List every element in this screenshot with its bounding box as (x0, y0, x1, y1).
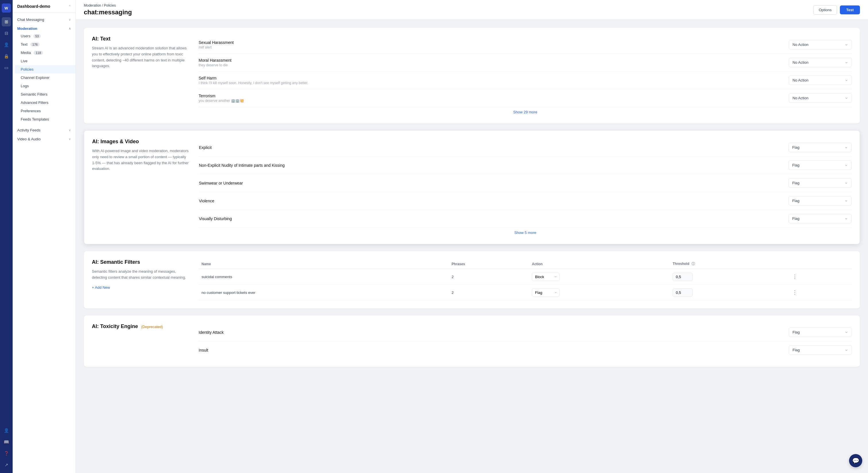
sem-row2-action-cell: FlagBlockNo Action (529, 285, 670, 301)
channel-explorer-label: Channel Explorer (21, 75, 50, 80)
sem-row2-action-select[interactable]: FlagBlockNo Action (532, 288, 560, 297)
semantic-table: Name Phrases Action Threshold ⓘ s (198, 259, 852, 301)
rule-row-non-explicit: Non-Explicit Nudity of Intimate parts an… (199, 156, 851, 174)
rule-terrorism-select[interactable]: No ActionFlagBlockShadow Ban (789, 93, 852, 103)
sidebar-item-live[interactable]: Live (15, 57, 75, 65)
live-label: Live (21, 59, 28, 63)
ai-semantic-heading: AI: Semantic Filters (92, 259, 189, 265)
rule-violence-name: Violence (199, 199, 214, 203)
breadcrumb: Moderation / Policies (84, 3, 132, 7)
policies-label: Policies (21, 67, 34, 71)
moderation-group-label[interactable]: Moderation ∧ (12, 24, 75, 32)
activity-feeds-chevron: ∨ (69, 128, 71, 132)
ai-images-show-more[interactable]: Show 5 more (199, 228, 851, 236)
sem-row1-action-select[interactable]: BlockFlagNo Action (532, 273, 560, 281)
rule-row-sexual-harassment: Sexual Harassment milf alert No ActionFl… (198, 36, 852, 54)
sem-row2-threshold-input[interactable] (673, 288, 693, 297)
rule-insult-name: Insult (198, 348, 208, 352)
rule-swimwear-name: Swimwear or Underwear (199, 181, 243, 185)
sidebar-item-preferences[interactable]: Preferences (15, 107, 75, 115)
chat-messaging-group[interactable]: Chat Messaging ∨ (12, 15, 75, 24)
col-action-header: Action (529, 259, 670, 269)
ai-semantic-table-container: Name Phrases Action Threshold ⓘ s (198, 259, 852, 301)
workspace-title: Dashboard-demo (17, 4, 50, 9)
sidebar-item-channel-explorer[interactable]: Channel Explorer (15, 73, 75, 82)
rule-violence-select[interactable]: FlagNo ActionBlockShadow Ban (788, 196, 851, 206)
nav-lock-icon[interactable]: 🔒 (2, 52, 11, 61)
ai-semantic-description: Semantic filters analyze the meaning of … (92, 269, 189, 281)
nav-book-icon[interactable]: 📖 (2, 437, 11, 447)
video-audio-chevron: ∨ (69, 137, 71, 141)
rule-identity-attack-name: Identity Attack (198, 330, 224, 335)
sidebar-item-policies[interactable]: Policies (15, 65, 75, 73)
workspace-header[interactable]: Dashboard-demo ⌃ (12, 0, 75, 13)
rule-self-harm-select[interactable]: No ActionFlagBlockShadow Ban (789, 75, 852, 85)
chat-messaging-label: Chat Messaging (17, 18, 44, 22)
app-logo[interactable]: W (2, 3, 11, 12)
semantic-row-1: suicidal comments 2 BlockFlagNo Action (198, 269, 852, 285)
logs-label: Logs (21, 84, 29, 88)
nav-grid-icon[interactable]: ⊟ (2, 29, 11, 38)
sidebar-item-users[interactable]: Users 53 (15, 32, 75, 40)
rule-non-explicit-name: Non-Explicit Nudity of Intimate parts an… (199, 163, 285, 168)
ai-text-description: Stream AI is an advanced moderation solu… (92, 45, 189, 69)
rule-explicit-select[interactable]: FlagNo ActionBlockShadow Ban (788, 143, 851, 152)
page-title: chat:messaging (84, 9, 132, 16)
ai-images-heading: AI: Images & Video (92, 138, 190, 145)
ai-toxicity-rules: Identity Attack FlagNo ActionBlockShadow… (198, 323, 852, 359)
moderation-label: Moderation (17, 26, 37, 31)
rule-sexual-harassment-select[interactable]: No ActionFlagBlockShadow Ban (789, 40, 852, 50)
nav-card-icon[interactable]: ▭ (2, 63, 11, 72)
sidebar-item-semantic-filters[interactable]: Semantic Filters (15, 90, 75, 98)
rule-moral-harassment-name: Moral Harassment (198, 58, 231, 63)
rule-identity-attack-select[interactable]: FlagNo ActionBlockShadow Ban (789, 327, 852, 337)
rule-swimwear-select[interactable]: FlagNo ActionBlockShadow Ban (788, 178, 851, 188)
rule-row-self-harm: Self Harm I think I'll kill myself soon.… (198, 71, 852, 89)
sidebar-item-advanced-filters[interactable]: Advanced Filters (15, 98, 75, 107)
video-audio-group[interactable]: Video & Audio ∨ (12, 135, 75, 144)
deprecated-badge: (Deprecated) (141, 325, 163, 329)
sidebar-item-media[interactable]: Media 118 (15, 49, 75, 57)
sem-row1-threshold-input[interactable] (673, 273, 693, 281)
semantic-row-2: no customer support tickets ever 2 FlagB… (198, 285, 852, 301)
rule-row-violence: Violence FlagNo ActionBlockShadow Ban (199, 192, 851, 210)
nav-home-icon[interactable]: ⊞ (2, 17, 11, 26)
chat-messaging-chevron: ∨ (69, 18, 71, 22)
nav-send-icon[interactable]: ↗ (2, 461, 11, 470)
main-content: Moderation / Policies chat:messaging Opt… (76, 0, 868, 473)
text-label: Text (21, 42, 28, 46)
rule-insult-select[interactable]: FlagNo ActionBlockShadow Ban (789, 345, 852, 355)
ai-text-card: AI: Text Stream AI is an advanced modera… (84, 28, 860, 123)
breadcrumb-moderation[interactable]: Moderation (84, 3, 101, 7)
ai-images-left: AI: Images & Video With AI-powered image… (92, 138, 190, 236)
top-bar: Moderation / Policies chat:messaging Opt… (76, 0, 868, 20)
nav-user-bottom-icon[interactable]: 👤 (2, 426, 11, 435)
ai-images-rules: Explicit FlagNo ActionBlockShadow Ban No… (199, 138, 851, 236)
activity-feeds-group[interactable]: Activity Feeds ∨ (12, 126, 75, 135)
rule-non-explicit-select[interactable]: FlagNo ActionBlockShadow Ban (788, 160, 851, 170)
video-audio-label: Video & Audio (17, 137, 40, 141)
sidebar-item-logs[interactable]: Logs (15, 82, 75, 90)
rule-visually-disturbing-select[interactable]: FlagNo ActionBlockShadow Ban (788, 214, 851, 223)
options-button[interactable]: Options (813, 5, 837, 14)
rule-row-swimwear: Swimwear or Underwear FlagNo ActionBlock… (199, 174, 851, 192)
rule-row-insult: Insult FlagNo ActionBlockShadow Ban (198, 341, 852, 359)
rule-self-harm-sub: I think I'll kill myself soon. Honestly,… (198, 81, 308, 85)
breadcrumb-policies[interactable]: Policies (104, 3, 116, 7)
rule-moral-harassment-select[interactable]: No ActionFlagBlockShadow Ban (789, 58, 852, 67)
ai-text-show-more[interactable]: Show 29 more (198, 107, 852, 115)
rule-row-terrorism: Terrorism you deserve another 🏢🏢💥 No Act… (198, 89, 852, 107)
ai-semantic-card: AI: Semantic Filters Semantic filters an… (84, 251, 860, 309)
sidebar-item-feeds-templates[interactable]: Feeds Templates (15, 115, 75, 123)
sem-row2-more-button[interactable]: ⋮ (790, 288, 800, 297)
nav-help-icon[interactable]: ❓ (2, 449, 11, 458)
chat-support-bubble[interactable]: 💬 (849, 454, 862, 467)
rule-sexual-harassment-name: Sexual Harassment (198, 40, 234, 45)
rule-row-visually-disturbing: Visually Disturbing FlagNo ActionBlockSh… (199, 210, 851, 228)
activity-feeds-label: Activity Feeds (17, 128, 40, 132)
nav-people-icon[interactable]: 👤 (2, 40, 11, 50)
sidebar-item-text[interactable]: Text 176 (15, 40, 75, 49)
test-button[interactable]: Test (840, 5, 860, 14)
sem-row1-more-button[interactable]: ⋮ (790, 272, 800, 281)
add-new-button[interactable]: + Add New (92, 285, 110, 290)
